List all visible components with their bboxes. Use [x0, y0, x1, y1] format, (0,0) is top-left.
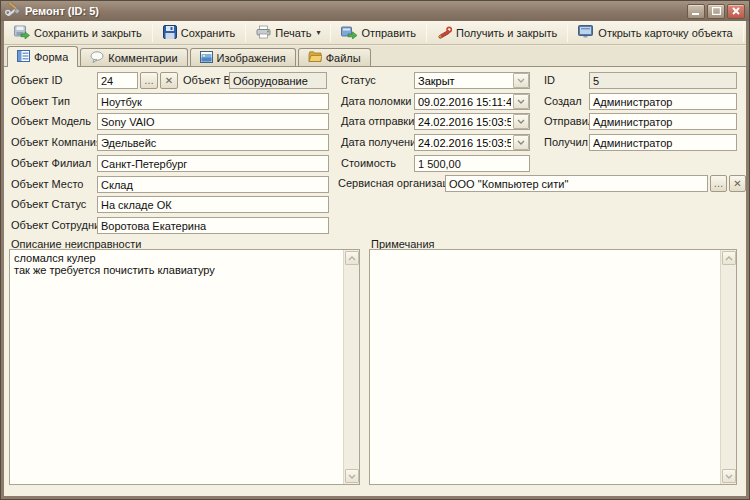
- date-received-dropdown-button[interactable]: [513, 135, 529, 150]
- received-by-field[interactable]: [589, 134, 737, 151]
- object-branch-field[interactable]: [97, 155, 329, 172]
- date-break-picker[interactable]: [414, 93, 530, 110]
- app-body: Сохранить и закрыть Сохранить: [4, 21, 746, 496]
- send-label: Отправить: [361, 27, 416, 39]
- save-close-icon: [14, 25, 30, 41]
- object-company-label: Объект Компания: [11, 134, 102, 151]
- form-tab-icon: [17, 50, 30, 64]
- object-id-browse-button[interactable]: …: [140, 72, 158, 89]
- description-scrollbar[interactable]: [343, 250, 359, 484]
- save-label: Сохранить: [181, 27, 236, 39]
- service-org-browse-button[interactable]: …: [710, 175, 727, 192]
- created-by-field[interactable]: [589, 93, 737, 110]
- notes-memo: [369, 249, 737, 485]
- clear-x-icon: ✕: [733, 179, 741, 189]
- minimize-button[interactable]: [687, 4, 705, 19]
- chevron-down-icon: [517, 99, 525, 104]
- cost-label: Стоимость: [341, 155, 396, 172]
- object-place-label: Объект Место: [11, 176, 83, 193]
- object-employee-field[interactable]: [97, 217, 329, 234]
- date-break-label: Дата поломки: [341, 93, 411, 110]
- open-card-icon: [578, 25, 594, 40]
- chevron-down-icon: [517, 78, 525, 83]
- sent-by-field[interactable]: [589, 113, 737, 130]
- tab-images[interactable]: Изображения: [190, 48, 296, 67]
- comments-tab-icon: [90, 51, 104, 65]
- object-employee-label: Объект Сотрудник: [11, 217, 105, 234]
- form-panel: Объект ID Объект Тип Объект Модель Объек…: [4, 66, 746, 496]
- chevron-up-icon: [725, 256, 733, 261]
- ellipsis-icon: …: [144, 76, 154, 86]
- tab-comments[interactable]: Комментарии: [80, 48, 187, 67]
- object-status-field[interactable]: [97, 196, 329, 213]
- service-org-field[interactable]: [445, 175, 708, 192]
- toolbar-separator: [426, 24, 427, 42]
- scroll-down-button[interactable]: [722, 469, 736, 483]
- object-type-field[interactable]: [97, 93, 329, 110]
- status-dropdown-button[interactable]: [513, 73, 529, 88]
- titlebar[interactable]: Ремонт (ID: 5): [1, 1, 749, 21]
- tab-form-label: Форма: [34, 51, 68, 63]
- object-model-label: Объект Модель: [11, 113, 91, 130]
- object-id-clear-button[interactable]: ✕: [160, 72, 178, 89]
- scroll-up-button[interactable]: [345, 251, 359, 265]
- sent-by-label: Отправил: [544, 113, 594, 130]
- send-button[interactable]: Отправить: [334, 23, 423, 43]
- tab-images-label: Изображения: [217, 52, 286, 64]
- toolbar-separator: [152, 24, 153, 42]
- save-button[interactable]: Сохранить: [156, 23, 243, 43]
- status-label: Статус: [341, 72, 376, 89]
- date-received-picker[interactable]: [414, 134, 530, 151]
- object-id-label: Объект ID: [11, 72, 63, 89]
- chevron-up-icon: [348, 256, 356, 261]
- date-sent-label: Дата отправки: [341, 113, 414, 130]
- save-and-close-label: Сохранить и закрыть: [34, 27, 142, 39]
- toolbar-separator: [245, 24, 246, 42]
- created-by-label: Создал: [544, 93, 582, 110]
- save-and-close-button[interactable]: Сохранить и закрыть: [7, 23, 149, 43]
- print-button[interactable]: Печать ▾: [249, 23, 327, 43]
- maximize-button[interactable]: [707, 4, 725, 19]
- object-company-field[interactable]: [97, 134, 329, 151]
- ellipsis-icon: …: [714, 179, 724, 189]
- window-title: Ремонт (ID: 5): [25, 5, 685, 17]
- receive-and-close-button[interactable]: Получить и закрыть: [430, 23, 564, 43]
- tab-files[interactable]: Файлы: [298, 48, 371, 67]
- toolbar: Сохранить и закрыть Сохранить: [4, 21, 746, 45]
- close-button[interactable]: [727, 4, 745, 19]
- object-model-field[interactable]: [97, 113, 329, 130]
- receive-close-icon: [437, 25, 452, 41]
- scroll-down-button[interactable]: [345, 469, 359, 483]
- object-status-label: Объект Статус: [11, 196, 86, 213]
- send-icon: [341, 25, 357, 41]
- toolbar-separator: [567, 24, 568, 42]
- notes-scrollbar[interactable]: [720, 250, 736, 484]
- date-sent-picker[interactable]: [414, 113, 530, 130]
- received-by-label: Получил: [544, 134, 588, 151]
- date-received-label: Дата получения: [341, 134, 422, 151]
- tab-files-label: Файлы: [326, 52, 361, 64]
- service-org-clear-button[interactable]: ✕: [729, 175, 746, 192]
- images-tab-icon: [200, 51, 213, 65]
- print-icon: [256, 25, 271, 41]
- tab-form[interactable]: Форма: [7, 46, 78, 67]
- date-break-dropdown-button[interactable]: [513, 94, 529, 109]
- chevron-down-icon: [348, 474, 356, 479]
- scroll-up-button[interactable]: [722, 251, 736, 265]
- date-sent-dropdown-button[interactable]: [513, 114, 529, 129]
- open-object-card-button[interactable]: Открыть карточку объекта: [571, 23, 739, 43]
- object-place-field[interactable]: [97, 176, 329, 193]
- chevron-down-icon: [725, 474, 733, 479]
- id-field[interactable]: [589, 72, 737, 89]
- tab-strip: Форма Комментарии: [4, 46, 746, 67]
- object-id-field[interactable]: [97, 72, 138, 89]
- repair-window: Ремонт (ID: 5) Сохранить: [0, 0, 750, 500]
- notes-textarea[interactable]: [370, 250, 720, 484]
- cost-field[interactable]: [414, 155, 530, 172]
- description-textarea[interactable]: сломался кулер так же требуется почистит…: [10, 250, 343, 484]
- object-branch-label: Объект Филиал: [11, 155, 91, 172]
- object-kind-field[interactable]: [229, 72, 327, 89]
- service-org-label: Сервисная организация: [338, 175, 461, 192]
- chevron-down-icon: [517, 140, 525, 145]
- status-combobox[interactable]: [414, 72, 530, 89]
